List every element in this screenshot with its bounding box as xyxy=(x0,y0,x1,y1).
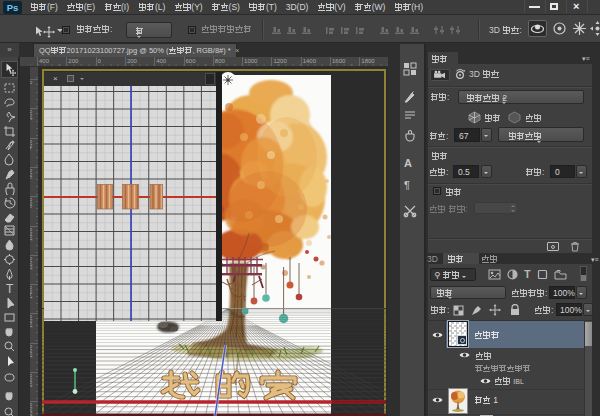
svg-text:T: T xyxy=(6,282,14,295)
